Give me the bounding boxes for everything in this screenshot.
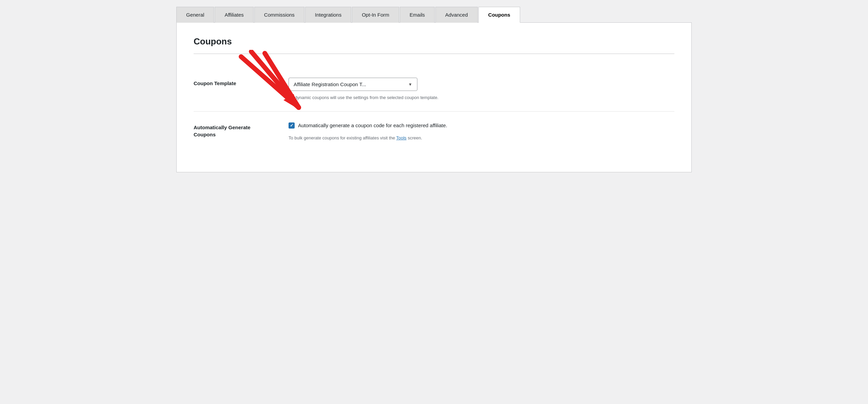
content-area: Coupons Coupon Template Affiliate Regist… [176, 23, 692, 172]
auto-generate-extra-text: To bulk generate coupons for existing af… [289, 135, 674, 141]
auto-generate-label: Automatically Generate Coupons [194, 122, 289, 138]
auto-generate-checkbox[interactable]: ✓ [289, 122, 295, 129]
checkmark-icon: ✓ [290, 123, 294, 128]
extra-text-prefix: To bulk generate coupons for existing af… [289, 135, 396, 140]
tools-link[interactable]: Tools [396, 135, 406, 140]
tab-general[interactable]: General [176, 7, 214, 23]
dropdown-selected-value: Affiliate Registration Coupon T... [294, 81, 405, 87]
tab-advanced[interactable]: Advanced [435, 7, 478, 23]
tab-coupons[interactable]: Coupons [478, 7, 520, 23]
coupon-template-control: Affiliate Registration Coupon T... ▼ All… [289, 78, 674, 101]
extra-text-suffix: screen. [407, 135, 422, 140]
tab-commissions[interactable]: Commissions [254, 7, 304, 23]
tab-integrations[interactable]: Integrations [305, 7, 351, 23]
coupon-template-label: Coupon Template [194, 78, 289, 87]
coupon-template-dropdown[interactable]: Affiliate Registration Coupon T... ▼ [289, 78, 417, 91]
tabs-container: General Affiliates Commissions Integrati… [176, 7, 692, 23]
auto-generate-checkbox-row: ✓ Automatically generate a coupon code f… [289, 122, 674, 130]
coupon-template-help: All dynamic coupons will use the setting… [289, 94, 674, 101]
tab-affiliates[interactable]: Affiliates [215, 7, 253, 23]
page-wrapper: General Affiliates Commissions Integrati… [163, 0, 705, 179]
coupon-template-row: Coupon Template Affiliate Registration C… [194, 68, 674, 112]
auto-generate-control: ✓ Automatically generate a coupon code f… [289, 122, 674, 141]
section-divider [194, 54, 674, 54]
auto-generate-checkbox-label: Automatically generate a coupon code for… [298, 122, 447, 130]
auto-generate-row: Automatically Generate Coupons ✓ Automat… [194, 112, 674, 152]
tab-opt-in-form[interactable]: Opt-In Form [352, 7, 399, 23]
page-title: Coupons [194, 36, 674, 47]
tab-emails[interactable]: Emails [400, 7, 435, 23]
dropdown-arrow-icon: ▼ [408, 82, 412, 87]
